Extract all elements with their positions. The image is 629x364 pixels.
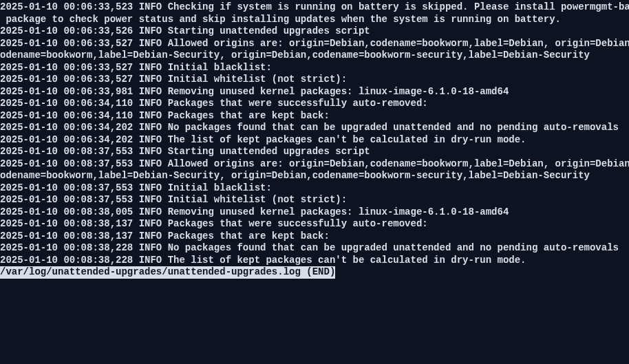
log-line: 2025-01-10 00:06:34,110 INFO Packages th…	[0, 110, 629, 122]
log-line: 2025-01-10 00:06:33,523 INFO Checking if…	[0, 1, 629, 14]
log-line: 2025-01-10 00:06:34,110 INFO Packages th…	[0, 98, 629, 110]
log-line: package to check power status and skip i…	[0, 14, 629, 26]
log-line: 2025-01-10 00:06:33,527 INFO Allowed ori…	[0, 38, 629, 50]
log-line: 2025-01-10 00:08:38,137 INFO Packages th…	[0, 231, 629, 243]
log-line: odename=bookworm,label=Debian-Security, …	[0, 170, 629, 182]
log-line: 2025-01-10 00:06:34,202 INFO No packages…	[0, 122, 629, 134]
log-line: 2025-01-10 00:08:37,553 INFO Allowed ori…	[0, 158, 629, 171]
pager-status-line: /var/log/unattended-upgrades/unattended-…	[0, 266, 335, 279]
log-line: 2025-01-10 00:06:33,527 INFO Initial whi…	[0, 74, 629, 86]
log-line: 2025-01-10 00:06:33,981 INFO Removing un…	[0, 86, 629, 98]
log-line: 2025-01-10 00:06:33,526 INFO Starting un…	[0, 25, 629, 38]
log-line: 2025-01-10 00:08:38,228 INFO No packages…	[0, 242, 629, 255]
log-line: 2025-01-10 00:08:38,005 INFO Removing un…	[0, 206, 629, 219]
log-content: 2025-01-10 00:06:33,523 INFO Checking if…	[0, 1, 629, 266]
log-line: 2025-01-10 00:06:34,202 INFO The list of…	[0, 134, 629, 147]
terminal-output[interactable]: 2025-01-10 00:06:33,523 INFO Checking if…	[0, 1, 629, 279]
log-line: 2025-01-10 00:08:38,137 INFO Packages th…	[0, 218, 629, 231]
log-line: 2025-01-10 00:06:33,527 INFO Initial bla…	[0, 62, 629, 74]
log-line: 2025-01-10 00:08:38,228 INFO The list of…	[0, 255, 629, 267]
log-line: odename=bookworm,label=Debian-Security, …	[0, 50, 629, 62]
log-line: 2025-01-10 00:08:37,553 INFO Initial bla…	[0, 182, 629, 195]
log-line: 2025-01-10 00:08:37,553 INFO Starting un…	[0, 146, 629, 158]
log-line: 2025-01-10 00:08:37,553 INFO Initial whi…	[0, 194, 629, 206]
